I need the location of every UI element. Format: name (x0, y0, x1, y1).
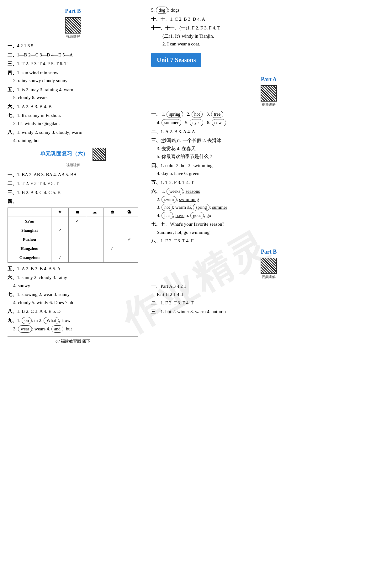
right-yi-line2: 4. summer 5. eyes 6. cows (157, 119, 386, 127)
right-partb-yi: 一、Part A 3 4 2 1 Part B 2 1 4 3 (151, 282, 386, 298)
after-liu-line1: 1. sunny 2. cloudy 3. rainy (17, 275, 67, 280)
guangzhou-sunny: ✓ (51, 253, 69, 262)
circle-cows: cows (212, 119, 226, 126)
shanghai-rain (69, 226, 86, 235)
after-wu-label: 五、 (8, 266, 17, 271)
left-yi-content: 4 2 1 3 5 (17, 43, 34, 48)
after-qi-line1: 1. snowing 2. wear 3. sunny (17, 292, 70, 297)
circle-dog: dog (156, 7, 168, 14)
right-shi-content: 十、1. C 2. B 3. D 4. A (161, 17, 205, 22)
liu-1-num: 1. (162, 189, 167, 194)
right-partb-er: 二、1. F 2. T 3. F 4. T (151, 299, 386, 307)
left-section-ba: 八、1. windy 2. sunny 3. cloudy; warm 4. r… (8, 128, 138, 145)
city-shanghai: Shanghai (8, 226, 51, 235)
left-ba-line1: 1. windy 2. sunny 3. cloudy; warm (17, 130, 82, 135)
liu-4-rest1: ; have 5. (173, 213, 190, 218)
circle-goes: goes (190, 212, 204, 219)
left-qi-label: 七、 (8, 113, 17, 118)
yi-item-1-num: 1. (162, 112, 167, 117)
right-er-label: 二、 (151, 129, 161, 134)
xian-sunny (51, 217, 69, 226)
city-xian: Xi'an (8, 217, 51, 226)
shanghai-sunny: ✓ (51, 226, 69, 235)
table-row: Shanghai ✓ (8, 226, 138, 235)
weather-th-pcloud: 🌥 (121, 208, 138, 217)
left-si-line1: 1. sun wind rain snow (17, 70, 58, 75)
guangzhou-cloud (86, 253, 103, 262)
review-video-label: 视频讲解 (66, 163, 80, 167)
review-san-label: 三、 (8, 190, 17, 195)
after-liu-line2: 4. snowy (13, 283, 30, 288)
hangzhou-sunny (51, 244, 69, 253)
city-guangzhou: Guangzhou (8, 253, 51, 262)
weather-th-cloud: ☁ (86, 208, 103, 217)
right-qi: 七、七、What's your favorite season? Summer;… (151, 220, 386, 236)
right-column: 5. dog; dogs 十、十、1. C 2. B 3. D 4. A 十一、… (144, 0, 392, 563)
yi-item-6-num: 6. (207, 120, 212, 125)
left-section-san: 三、1. T 2. F 3. T 4. F 5. T 6. T (8, 60, 138, 68)
left-qr-code (65, 17, 81, 34)
right-qr-area: 视频讲解 (151, 85, 386, 108)
partb-yi-line2: Part B 2 1 4 3 (157, 292, 183, 297)
left-wu-label: 五、 (8, 87, 17, 92)
fuzhou-cloud (86, 235, 103, 244)
right-shiyi-content: 十一、(一)1. F 2. F 3. F 4. T (165, 25, 220, 30)
left-si-label: 四、 (8, 70, 17, 75)
circle-summer: summer (162, 119, 181, 126)
shanghai-pcloud (121, 226, 138, 235)
weather-table: ☀ 🌧 ☁ 🌨 🌥 Xi'an ✓ (8, 208, 138, 263)
left-part-b-title: Part B (8, 6, 138, 16)
right-qi-label: 七、 (151, 221, 161, 227)
yi-item-5-num: 5. (185, 120, 190, 125)
left-section-qi: 七、1. It's sunny in Fuzhou. 2. It's windy… (8, 111, 138, 128)
hangzhou-pcloud (121, 244, 138, 253)
after-jiu-label: 九、 (8, 318, 17, 323)
underline-seasons: seasons (186, 189, 200, 194)
fuzhou-pcloud: ✓ (121, 235, 138, 244)
table-row: Fuzhou ✓ (8, 235, 138, 244)
yi-item-3-num: 3. (206, 112, 211, 117)
right-shi-label: 十、 (151, 16, 161, 22)
underline-have: have (176, 213, 184, 218)
page-footer: 6 / 福建教育版 四下 (8, 336, 138, 345)
review-yi-label: 一、 (8, 172, 17, 177)
review-er-label: 二、 (8, 181, 17, 186)
left-yi-label: 一、 (8, 43, 17, 48)
left-section-si: 四、1. sun wind rain snow 2. rainy snowy c… (8, 69, 138, 85)
after-table-ba: 八、1. B 2. C 3. A 4. E 5. D (8, 307, 138, 316)
right-shiyi-label: 十一、 (151, 25, 165, 30)
yi-item-4-num: 4. (157, 120, 162, 125)
circle-eyes: eyes (190, 119, 203, 126)
left-liu-content: 1. A 2. A 3. B 4. B (17, 104, 51, 109)
weather-th-sunny: ☀ (51, 208, 69, 217)
right-ba-content: 八、1. F 2. T 3. T 4. F (151, 238, 193, 243)
hangzhou-cloud (86, 244, 103, 253)
left-er-label: 二、 (8, 52, 17, 57)
underline-swimming: swimming (179, 197, 199, 202)
review-si: 四、 ☀ 🌧 ☁ 🌨 🌥 Xi'an ✓ (8, 197, 138, 262)
circle-hot: hot (192, 111, 203, 118)
circle-has: has (162, 212, 173, 219)
circle-spring2: spring (193, 204, 209, 211)
after-ba-content: 1. B 2. C 3. A 4. E 5. D (17, 309, 61, 314)
city-hangzhou: Hangzhou (8, 244, 51, 253)
liu-3-num: 3. (157, 205, 162, 210)
fuzhou-snow (103, 235, 121, 244)
right-si: 四、1. color 2. hot 3. swimming 4. day 5. … (151, 161, 386, 178)
left-ba-line2: 4. raining; hot (13, 138, 40, 143)
right-shiyi: 十一、十一、(一)1. F 2. F 3. F 4. T (二)1. It's … (151, 24, 386, 48)
circle-weeks: weeks (167, 188, 183, 195)
left-section-liu: 六、1. A 2. A 3. B 4. B (8, 103, 138, 111)
right-shiyi-er-1: (二)1. It's windy in Tianjin. (162, 34, 214, 39)
review-san: 三、1. B 2. A 3. C 4. C 5. B (8, 188, 138, 197)
right-qi-content: 七、What's your favorite season? (161, 222, 224, 227)
review-yi: 一、1. BA 2. AB 3. BA 4. AB 5. BA (8, 171, 138, 179)
right-yi-label: 一、 (151, 111, 161, 117)
unit-header-container: Unit 7 Seasons (151, 53, 386, 71)
left-section-yi: 一、4 2 1 3 5 (8, 42, 138, 50)
partb-san-content: 三、1. hot 2. winter 3. warm 4. autumn (151, 309, 226, 314)
xian-rain: ✓ (69, 217, 86, 226)
left-san-content: 1. T 2. F 3. T 4. F 5. T 6. T (17, 61, 67, 66)
right-wu-label: 五、 (151, 180, 161, 185)
weather-th-snow: 🌨 (103, 208, 121, 217)
